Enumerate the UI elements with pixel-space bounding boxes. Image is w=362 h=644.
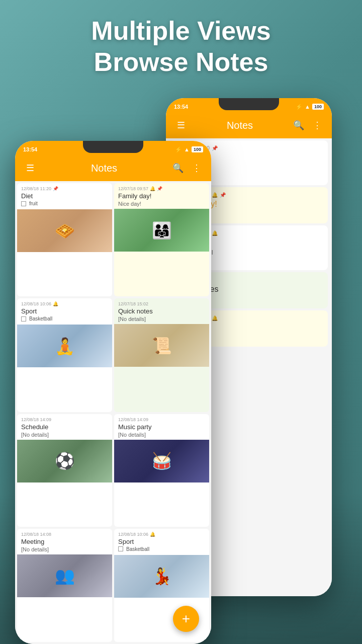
grid-cell-title: Meeting bbox=[21, 538, 108, 545]
grid-cell-title: Schedule bbox=[21, 423, 108, 431]
checkbox-item: Basketball bbox=[21, 316, 108, 321]
notch-front bbox=[83, 141, 143, 153]
app-bar-back: ☰ Notes 🔍 ⋮ bbox=[166, 112, 332, 138]
grid-cell-header: 12/07/18 09:57 🔔 📌 Family day! Nice day! bbox=[114, 183, 209, 209]
status-time-back: 13:54 bbox=[174, 104, 188, 110]
grid-cell-header: 12/08/18 14:09 Schedule [No details] bbox=[17, 414, 112, 440]
grid-cell-header: 12/08/18 11:20 📌 Diet fruit bbox=[17, 183, 112, 209]
wifi-icon: ▲ bbox=[305, 104, 310, 110]
page-header: Multiple Views Browse Notes bbox=[0, 15, 362, 78]
search-icon-back[interactable]: 🔍 bbox=[290, 116, 308, 134]
notch-back bbox=[219, 98, 279, 110]
grid-cell-meta: 12/08/18 10:06 🔔 bbox=[118, 532, 205, 537]
grid-cell-meta: 12/08/18 14:08 bbox=[21, 532, 108, 537]
grid-cell-header: 12/08/18 14:08 Meeting [No details] bbox=[17, 529, 112, 554]
food-image: 🧇 bbox=[17, 209, 112, 252]
grid-cell-header: 12/08/18 14:09 Music party [No details] bbox=[114, 414, 209, 440]
grid-cell-header: 12/08/18 10:06 🔔 Sport Basketball bbox=[114, 529, 209, 555]
pin-icon: 📌 bbox=[220, 192, 226, 198]
meeting-image: 👥 bbox=[17, 554, 112, 597]
checkbox-icon bbox=[118, 546, 123, 551]
bluetooth-icon: ⚡ bbox=[296, 104, 303, 110]
checkbox-item: Basketball bbox=[118, 546, 205, 552]
grid-cell-meta: 12/08/18 10:06 🔔 bbox=[21, 301, 108, 306]
more-icon-back[interactable]: ⋮ bbox=[308, 116, 326, 134]
grid-cell-body: [No details] bbox=[21, 432, 108, 438]
header-line1: Multiple Views bbox=[0, 15, 362, 46]
pin-icon: 📌 bbox=[53, 186, 58, 191]
grid-cell-title: Sport bbox=[21, 307, 108, 315]
checkbox-item: fruit bbox=[21, 201, 108, 206]
grid-cell[interactable]: 12/08/18 14:09 Schedule [No details] ⚽ bbox=[17, 414, 112, 527]
battery-icon: 100 bbox=[312, 104, 324, 110]
status-time-front: 13:54 bbox=[23, 146, 37, 152]
search-icon-front[interactable]: 🔍 bbox=[169, 159, 187, 177]
grid-cell-body: [No details] bbox=[21, 546, 108, 552]
app-title-front: Notes bbox=[39, 163, 169, 174]
bell-icon: 🔔 bbox=[53, 301, 58, 306]
grid-cell-title: Diet bbox=[21, 192, 108, 200]
grid-cell[interactable]: 12/08/18 11:20 📌 Diet fruit 🧇 bbox=[17, 183, 112, 296]
app-title-back: Notes bbox=[190, 120, 290, 131]
grid-cell[interactable]: 12/08/18 14:08 Meeting [No details] 👥 bbox=[17, 529, 112, 642]
bluetooth-icon: ⚡ bbox=[175, 146, 182, 153]
grid-cell-title: Music party bbox=[118, 423, 205, 431]
grid-cell-title: Family day! bbox=[118, 192, 205, 200]
app-bar-front: ☰ Notes 🔍 ⋮ bbox=[15, 155, 211, 181]
notes-grid: 12/08/18 11:20 📌 Diet fruit 🧇 12/07/18 0… bbox=[15, 181, 211, 644]
wifi-icon: ▲ bbox=[184, 146, 190, 152]
grid-cell-header: 12/07/18 15:02 Quick notes [No details] bbox=[114, 298, 209, 324]
checkbox-icon bbox=[21, 201, 26, 206]
sheet-image: 📜 bbox=[114, 324, 209, 367]
grid-cell-meta: 12/07/18 09:57 🔔 📌 bbox=[118, 186, 205, 191]
grid-cell[interactable]: 12/08/18 10:06 🔔 Sport Basketball 🧘 bbox=[17, 298, 112, 412]
phone-front: 13:54 ⚡ ▲ 100 ☰ Notes 🔍 ⋮ 12/08/18 11:20… bbox=[15, 141, 211, 644]
yoga-image: 🧘 bbox=[17, 325, 112, 367]
grid-cell-meta: 12/08/18 14:09 bbox=[21, 417, 108, 422]
header-line2: Browse Notes bbox=[0, 46, 362, 77]
grid-cell-meta: 12/07/18 15:02 bbox=[118, 301, 205, 306]
bell-icon: 🔔 bbox=[212, 192, 218, 198]
football-image: ⚽ bbox=[17, 440, 112, 482]
bell-icon: 🔔 bbox=[212, 315, 218, 321]
grid-cell-body: [No details] bbox=[118, 432, 205, 438]
grid-cell[interactable]: 12/07/18 15:02 Quick notes [No details] … bbox=[114, 298, 209, 412]
fab-button[interactable]: + bbox=[173, 606, 199, 632]
grid-cell[interactable]: 12/07/18 09:57 🔔 📌 Family day! Nice day!… bbox=[114, 183, 209, 296]
dance-image: 💃 bbox=[114, 555, 209, 598]
grid-cell-body: [No details] bbox=[118, 316, 205, 322]
grid-cell-meta: 12/08/18 14:09 bbox=[118, 417, 205, 422]
pin-icon: 📌 bbox=[212, 145, 218, 151]
grid-cell[interactable]: 12/08/18 14:09 Music party [No details] … bbox=[114, 414, 209, 527]
grid-cell-body: Nice day! bbox=[118, 201, 205, 207]
grid-cell-meta: 12/08/18 11:20 📌 bbox=[21, 186, 108, 191]
status-icons-back: ⚡ ▲ 100 bbox=[296, 104, 324, 110]
grid-cell-header: 12/08/18 10:06 🔔 Sport Basketball bbox=[17, 298, 112, 325]
battery-icon: 100 bbox=[192, 146, 203, 152]
grid-cell-title: Sport bbox=[118, 538, 205, 545]
concert-image: 🥁 bbox=[114, 440, 209, 482]
pin-icon: 📌 bbox=[157, 186, 162, 191]
more-icon-front[interactable]: ⋮ bbox=[187, 159, 205, 177]
checkbox-icon bbox=[21, 316, 26, 321]
bell-icon: 🔔 bbox=[212, 230, 218, 236]
menu-icon-back[interactable]: ☰ bbox=[172, 116, 190, 134]
status-icons-front: ⚡ ▲ 100 bbox=[175, 146, 203, 153]
grid-cell-title: Quick notes bbox=[118, 307, 205, 315]
family-image: 👨‍👩‍👧 bbox=[114, 209, 209, 252]
menu-icon-front[interactable]: ☰ bbox=[21, 159, 39, 177]
bell-icon: 🔔 bbox=[150, 186, 155, 191]
bell-icon: 🔔 bbox=[150, 532, 155, 537]
